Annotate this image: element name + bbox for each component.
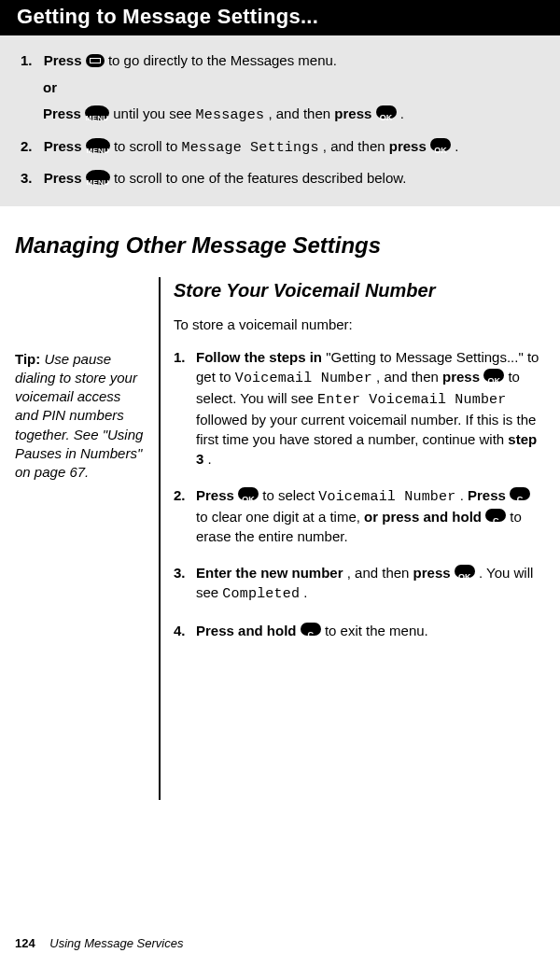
- text: Press: [196, 487, 238, 503]
- tip-label: Tip:: [15, 351, 44, 367]
- text: until you see: [113, 105, 195, 121]
- menu-icon: MENU: [86, 138, 110, 153]
- grey-step-3: 3. Press MENU to scroll to one of the fe…: [21, 168, 539, 189]
- c-icon: C: [485, 509, 506, 522]
- text: .: [460, 487, 468, 503]
- text: press: [442, 369, 483, 385]
- ok-icon: OK: [455, 565, 475, 578]
- lcd-text: Completed: [222, 586, 300, 602]
- page-number: 124: [15, 936, 35, 950]
- text: to clear one digit at a time,: [196, 509, 364, 525]
- text: to exit the menu.: [325, 623, 428, 638]
- text: to scroll to: [114, 138, 182, 154]
- text: , and then: [376, 369, 442, 385]
- c-icon: C: [510, 487, 530, 500]
- text: press: [334, 105, 375, 121]
- ok-icon: OK: [483, 369, 504, 382]
- body-step-1: 1. Follow the steps in "Getting to Messa…: [196, 347, 545, 469]
- text: Press: [44, 170, 86, 186]
- text: Follow the steps in: [196, 349, 326, 365]
- text: to scroll to one of the features describ…: [114, 170, 407, 186]
- text: , and then: [268, 105, 334, 121]
- lcd-text: Voicemail Number: [318, 489, 455, 505]
- text: , and then: [323, 138, 389, 154]
- text: .: [208, 451, 212, 467]
- text: press: [389, 138, 430, 154]
- menu-icon: MENU: [86, 170, 110, 185]
- text: Press: [44, 52, 86, 68]
- chapter-title: Using Message Services: [49, 936, 183, 950]
- text: to go directly to the Messages menu.: [108, 52, 337, 68]
- tip-sidebar: Tip: Use pause dialing to store your voi…: [15, 277, 155, 800]
- text: Enter the new number: [196, 565, 343, 581]
- grey-step-2: 2. Press MENU to scroll to Message Setti…: [21, 136, 539, 160]
- text: to select: [262, 487, 318, 503]
- or-label: or: [43, 77, 539, 99]
- title-bar: Getting to Message Settings...: [0, 0, 560, 35]
- text: Press: [44, 138, 86, 154]
- text: Press: [468, 487, 510, 503]
- lcd-text: Voicemail Number: [235, 371, 372, 386]
- main-column: Store Your Voicemail Number To store a v…: [174, 277, 545, 800]
- step-number: 1.: [174, 347, 186, 367]
- body-step-3: 3. Enter the new number , and then press…: [196, 563, 545, 604]
- text: .: [455, 138, 458, 154]
- step-number: 2.: [21, 138, 33, 154]
- two-column-layout: Tip: Use pause dialing to store your voi…: [0, 277, 560, 800]
- text: .: [400, 105, 404, 121]
- step-number: 1.: [21, 52, 33, 68]
- text: or press and hold: [364, 509, 485, 525]
- lcd-text: Enter Voicemail Number: [317, 392, 506, 408]
- body-step-2: 2. Press OK to select Voicemail Number .…: [196, 485, 545, 546]
- ok-icon: OK: [430, 138, 451, 151]
- step-number: 3.: [174, 563, 186, 582]
- menu-icon: MENU: [85, 105, 109, 120]
- page-footer: 124 Using Message Services: [15, 936, 183, 950]
- section-heading: Managing Other Message Settings: [15, 232, 560, 259]
- grey-steps-panel: 1. Press to go directly to the Messages …: [0, 35, 560, 206]
- intro-text: To store a voicemail number:: [174, 315, 545, 334]
- step-number: 2.: [174, 485, 186, 505]
- tip-text: Use pause dialing to store your voicemai…: [15, 351, 143, 481]
- text: .: [303, 584, 307, 600]
- grey-step-1: 1. Press to go directly to the Messages …: [21, 50, 539, 127]
- c-icon: C: [301, 623, 321, 636]
- text: press: [413, 565, 455, 581]
- body-step-4: 4. Press and hold C to exit the menu.: [196, 621, 545, 640]
- lcd-text: Messages: [196, 107, 265, 123]
- text: followed by your current voicemail numbe…: [196, 412, 536, 447]
- text: Press and hold: [196, 623, 301, 638]
- page: Getting to Message Settings... 1. Press …: [0, 0, 560, 967]
- vertical-rule: [159, 277, 161, 800]
- step-number: 3.: [21, 170, 33, 186]
- step-number: 4.: [174, 621, 186, 640]
- mail-icon: [86, 54, 105, 67]
- ok-icon: OK: [238, 487, 259, 500]
- lcd-text: Message Settings: [181, 140, 318, 156]
- subsection-heading: Store Your Voicemail Number: [174, 277, 545, 303]
- text: , and then: [347, 565, 413, 581]
- text: Press: [43, 105, 85, 121]
- ok-icon: OK: [376, 105, 397, 119]
